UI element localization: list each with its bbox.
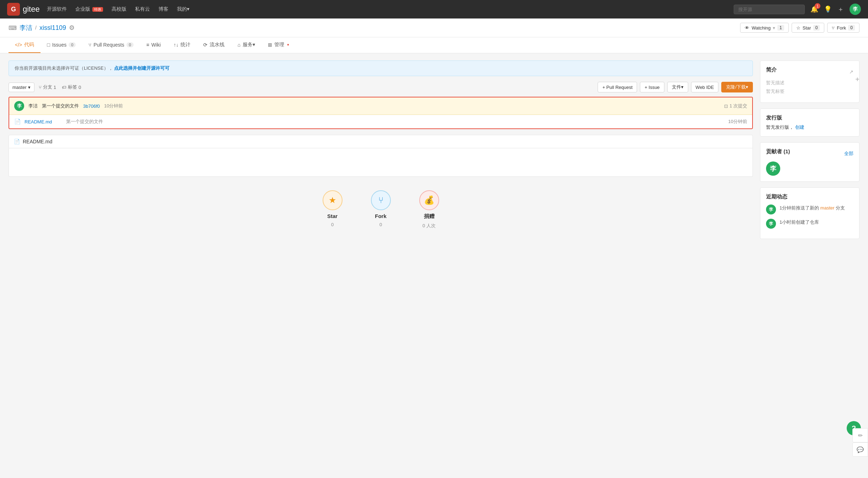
nav-enterprise[interactable]: 企业版 特惠: [75, 6, 103, 12]
issue-button[interactable]: + Issue: [640, 82, 664, 92]
issues-badge: 0: [69, 42, 76, 47]
license-link[interactable]: 点此选择并创建开源许可可: [114, 65, 169, 71]
tab-stats[interactable]: ↑↓ 统计: [167, 37, 197, 53]
pull-request-button[interactable]: + Pull Request: [598, 82, 637, 92]
branch-select[interactable]: master ▾: [9, 83, 34, 92]
nav-links: 开源软件 企业版 特惠 高校版 私有云 博客 我的▾: [47, 6, 727, 12]
create-release-link[interactable]: 创建: [795, 124, 804, 130]
tab-pipeline[interactable]: ⟳ 流水线: [197, 37, 231, 53]
logo-icon: G: [7, 3, 20, 16]
add-info-icon[interactable]: +: [855, 75, 859, 84]
branch-name: master: [12, 85, 27, 90]
tab-wiki[interactable]: ≡ Wiki: [140, 37, 167, 53]
search-input[interactable]: [734, 5, 805, 14]
activity-title: 近期动态: [766, 193, 787, 200]
tab-issues-label: Issues: [52, 42, 66, 48]
fork-label: Fork: [837, 25, 846, 31]
tab-service[interactable]: ⌂ 服务▾: [231, 37, 261, 53]
sidebar-activity: 近期动态 李 1分钟前推送了新的 master 分支 李 1小时前创建了仓库: [760, 187, 859, 239]
fork-stat-count: 0: [379, 222, 382, 227]
nav-university[interactable]: 高校版: [112, 6, 126, 12]
star-icon: ☆: [796, 25, 800, 31]
external-link-icon[interactable]: ↗: [849, 69, 853, 75]
donate-stat-icon[interactable]: 💰: [419, 190, 439, 210]
release-info: 暂无发行版， 创建: [766, 124, 853, 131]
commit-count-icon: ⊡: [724, 103, 728, 109]
watching-button[interactable]: 👁 Watching ▾ 1: [740, 23, 788, 33]
webide-button[interactable]: Web IDE: [691, 82, 719, 92]
file-button[interactable]: 文件▾: [667, 82, 688, 92]
sidebar-contributors: 贡献者 (1) 全部 李: [760, 142, 859, 182]
tab-code[interactable]: </> 代码: [9, 37, 41, 53]
bulb-icon[interactable]: 💡: [824, 5, 832, 13]
contributors-header: 贡献者 (1) 全部: [766, 148, 853, 159]
notification-icon[interactable]: 🔔 1: [810, 5, 818, 13]
clone-button[interactable]: 克隆/下载▾: [721, 82, 753, 92]
commit-count: ⊡ 1 次提交: [724, 103, 747, 109]
fork-stat-label: Fork: [375, 213, 387, 219]
pr-icon: ⑂: [88, 42, 91, 48]
donate-stat: 💰 捐赠 0 人次: [419, 190, 439, 229]
branches-info: ⑂ 分支 1: [39, 84, 56, 90]
fork-icon: ⑂: [832, 25, 835, 31]
nav-private-cloud[interactable]: 私有云: [135, 6, 150, 12]
no-tags: 暂无标签: [766, 88, 853, 95]
nav-open-source[interactable]: 开源软件: [47, 6, 67, 12]
notification-badge: 1: [815, 3, 820, 9]
branch-label: 分支: [43, 84, 52, 90]
service-icon: ⌂: [237, 42, 240, 48]
table-row: 📄 README.md 第一个提交的文件 10分钟前: [9, 115, 752, 128]
fork-count: 0: [848, 25, 855, 31]
nav-mine[interactable]: 我的▾: [177, 6, 189, 12]
issues-icon: □: [47, 42, 50, 48]
repo-name[interactable]: xissl1109: [39, 24, 66, 32]
nav-blog[interactable]: 博客: [158, 6, 168, 12]
contributor-avatar[interactable]: 李: [766, 161, 780, 176]
commit-author[interactable]: 李洁: [28, 103, 38, 109]
file-name[interactable]: README.md: [25, 119, 52, 124]
activity-item-1: 李 1分钟前推送了新的 master 分支: [766, 205, 853, 214]
file-time: 10分钟前: [728, 118, 747, 125]
sidebar-release: 发行版 暂无发行版， 创建: [760, 108, 859, 137]
all-contributors-link[interactable]: 全部: [844, 150, 853, 157]
intro-title: 简介: [766, 67, 777, 73]
tab-pull-requests[interactable]: ⑂ Pull Requests 0: [82, 37, 140, 53]
code-icon: </>: [15, 42, 22, 48]
commit-hash[interactable]: 3b706f0: [83, 103, 100, 109]
tab-admin[interactable]: ⊞ 管理 •: [262, 37, 296, 53]
star-stat-label: Star: [327, 213, 338, 219]
repo-actions: 👁 Watching ▾ 1 ☆ Star 0 ⑂ Fork 0: [740, 23, 859, 33]
donate-stat-count: 0 人次: [422, 223, 436, 229]
user-avatar[interactable]: 李: [850, 4, 861, 15]
readme-body: [9, 148, 753, 177]
eye-icon: 👁: [745, 25, 749, 31]
sidebar-intro: 简介 ↗ 暂无描述 暂无标签 +: [760, 60, 859, 103]
fork-button[interactable]: ⑂ Fork 0: [827, 23, 859, 33]
repo-owner[interactable]: 李洁: [20, 23, 32, 32]
activity-branch-1: master: [820, 205, 835, 211]
activity-list: 李 1分钟前推送了新的 master 分支 李 1小时前创建了仓库: [766, 205, 853, 229]
logo[interactable]: G gitee: [7, 3, 40, 16]
watching-label: Watching: [751, 25, 771, 31]
breadcrumb-separator: /: [35, 25, 37, 31]
branch-info: ⑂ 分支 1 🏷 标签 0: [39, 84, 81, 90]
star-stat-icon[interactable]: ★: [323, 190, 343, 210]
star-stat: ★ Star 0: [323, 190, 343, 229]
activity-avatar-2: 李: [766, 219, 776, 229]
settings-icon[interactable]: ⚙: [69, 24, 75, 32]
fork-stat-icon[interactable]: ⑂: [371, 190, 391, 210]
wiki-icon: ≡: [146, 42, 149, 48]
tab-wiki-label: Wiki: [151, 42, 161, 48]
donate-stat-label: 捐赠: [424, 213, 435, 220]
tab-pr-label: Pull Requests: [93, 42, 124, 48]
plus-icon[interactable]: ＋: [837, 5, 844, 14]
activity-item-2: 李 1小时前创建了仓库: [766, 219, 853, 229]
navbar-right: 🔔 1 💡 ＋ 李: [734, 4, 861, 15]
enterprise-badge: 特惠: [92, 7, 103, 12]
license-text: 你当前开源项目尚未选择许可证（LICENSE），: [15, 65, 113, 71]
admin-dot: •: [287, 42, 289, 48]
file-list: 李 李洁 第一个提交的文件 3b706f0 10分钟前 ⊡ 1 次提交 📄 RE…: [9, 97, 753, 129]
star-button[interactable]: ☆ Star 0: [792, 23, 825, 33]
sidebar-intro-header: 简介 ↗: [766, 67, 853, 77]
tab-issues[interactable]: □ Issues 0: [41, 37, 82, 53]
